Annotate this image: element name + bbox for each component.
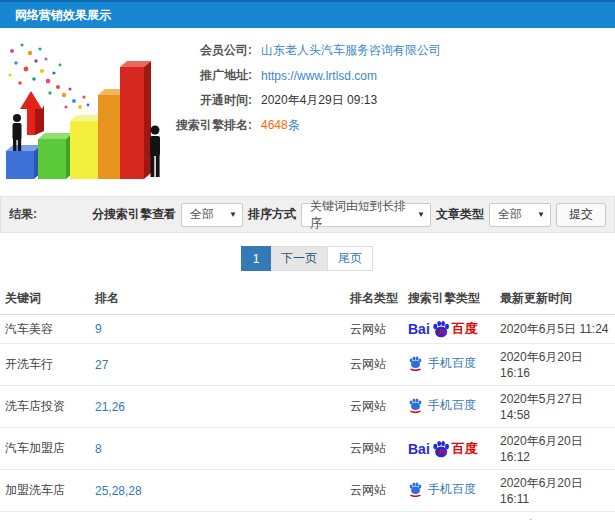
header-keyword: 关键词 xyxy=(0,283,90,315)
table-row: 洗车赚钱吗30云网站 手机百度 2020年6月20日 16:12 xyxy=(0,512,615,520)
open-time-label: 开通时间: xyxy=(168,92,252,109)
mobile-baidu-icon xyxy=(408,398,423,413)
rank-cell[interactable]: 9 xyxy=(90,315,345,344)
person-right xyxy=(150,126,160,178)
next-page-button[interactable]: 下一页 xyxy=(270,246,328,271)
bar-chart-illustration xyxy=(0,31,168,191)
sort-filter-label: 排序方式 xyxy=(248,206,296,223)
engine-cell: 手机百度 xyxy=(403,470,495,512)
up-arrow xyxy=(20,91,44,135)
company-info: 会员公司: 山东老人头汽车服务咨询有限公司 推广地址: https://www.… xyxy=(168,28,615,138)
time-cell: 2020年6月20日 16:12 xyxy=(495,512,615,520)
growth-chart-graphic xyxy=(0,31,168,191)
keyword-cell: 汽车加盟店 xyxy=(0,428,90,470)
rank-count-label: 搜索引擎排名: xyxy=(168,117,252,134)
mobile-baidu-badge: 手机百度 xyxy=(408,481,476,498)
table-header-row: 关键词 排名 排名类型 搜索引擎类型 最新更新时间 xyxy=(0,283,615,315)
svg-text:du: du xyxy=(437,328,445,335)
page-title: 网络营销效果展示 xyxy=(15,7,111,24)
engine-filter-label: 分搜索引擎查看 xyxy=(92,206,176,223)
time-cell: 2020年6月5日 11:24 xyxy=(495,315,615,344)
baidu-logo-bai: Bai xyxy=(408,441,430,457)
engine-cell: Bai du 百度 xyxy=(403,428,495,470)
mobile-baidu-label: 手机百度 xyxy=(428,481,476,498)
mobile-baidu-icon xyxy=(408,356,423,371)
page-1-button[interactable]: 1 xyxy=(241,246,271,271)
header-rank: 排名 xyxy=(90,283,345,315)
baidu-logo-cn: 百度 xyxy=(452,440,478,458)
promo-url-link[interactable]: https://www.lrtlsd.com xyxy=(261,69,377,83)
baidu-paw-icon: du xyxy=(431,320,451,338)
chevron-down-icon: ▼ xyxy=(537,210,545,219)
keyword-cell: 洗车赚钱吗 xyxy=(0,512,90,520)
last-page-button[interactable]: 尾页 xyxy=(327,246,373,271)
info-row-company: 会员公司: 山东老人头汽车服务咨询有限公司 xyxy=(168,38,615,63)
company-label: 会员公司: xyxy=(168,42,252,59)
time-cell: 2020年6月20日 16:16 xyxy=(495,344,615,386)
company-link[interactable]: 山东老人头汽车服务咨询有限公司 xyxy=(261,43,441,57)
sort-select-value: 关键词由短到长排序 xyxy=(310,198,411,232)
engine-cell: 手机百度 xyxy=(403,512,495,520)
rank-type-cell: 云网站 xyxy=(345,470,403,512)
time-cell: 2020年6月20日 16:12 xyxy=(495,428,615,470)
confetti-dots xyxy=(9,43,90,109)
article-type-select[interactable]: 全部 ▼ xyxy=(489,203,551,227)
rank-cell[interactable]: 8 xyxy=(90,428,345,470)
bar-red xyxy=(120,61,151,179)
bar-green xyxy=(38,133,73,179)
header-engine-type: 搜索引擎类型 xyxy=(403,283,495,315)
keyword-cell: 洗车店投资 xyxy=(0,386,90,428)
engine-cell: Bai du 百度 xyxy=(403,315,495,344)
result-label: 结果: xyxy=(9,206,37,223)
rank-type-cell: 云网站 xyxy=(345,512,403,520)
table-row: 汽车加盟店8云网站 Bai du 百度 2020年6月20日 16:12 xyxy=(0,428,615,470)
info-row-url: 推广地址: https://www.lrtlsd.com xyxy=(168,63,615,88)
rank-count-suffix: 条 xyxy=(288,118,300,132)
bar-blue xyxy=(6,145,41,179)
info-row-rank-count: 搜索引擎排名: 4648条 xyxy=(168,113,615,138)
time-cell: 2020年6月20日 16:11 xyxy=(495,470,615,512)
svg-text:du: du xyxy=(437,448,445,455)
header-update-time: 最新更新时间 xyxy=(495,283,615,315)
filter-controls: 分搜索引擎查看 全部 ▼ 排序方式 关键词由短到长排序 ▼ 文章类型 全部 ▼ … xyxy=(92,203,606,227)
header-rank-type: 排名类型 xyxy=(345,283,403,315)
table-row: 洗车店投资21,26云网站 手机百度 2020年5月27日 14:58 xyxy=(0,386,615,428)
rank-count-value: 4648 xyxy=(261,118,288,132)
engine-select[interactable]: 全部 ▼ xyxy=(181,203,243,227)
rank-cell[interactable]: 25,28,28 xyxy=(90,470,345,512)
engine-select-value: 全部 xyxy=(190,206,214,223)
sort-select[interactable]: 关键词由短到长排序 ▼ xyxy=(301,203,431,227)
submit-button[interactable]: 提交 xyxy=(556,203,606,227)
mobile-baidu-label: 手机百度 xyxy=(428,397,476,414)
table-row: 开洗车行27云网站 手机百度 2020年6月20日 16:16 xyxy=(0,344,615,386)
mobile-baidu-label: 手机百度 xyxy=(428,355,476,372)
summary-section: 会员公司: 山东老人头汽车服务咨询有限公司 推广地址: https://www.… xyxy=(0,28,615,194)
rank-type-cell: 云网站 xyxy=(345,315,403,344)
engine-cell: 手机百度 xyxy=(403,344,495,386)
article-select-value: 全部 xyxy=(498,206,522,223)
baidu-paw-icon: du xyxy=(431,440,451,458)
mobile-baidu-badge: 手机百度 xyxy=(408,355,476,372)
keyword-cell: 加盟洗车店 xyxy=(0,470,90,512)
filter-bar: 结果: 分搜索引擎查看 全部 ▼ 排序方式 关键词由短到长排序 ▼ 文章类型 全… xyxy=(0,196,615,233)
rank-cell[interactable]: 27 xyxy=(90,344,345,386)
baidu-logo: Bai du 百度 xyxy=(408,320,478,338)
rank-type-cell: 云网站 xyxy=(345,428,403,470)
time-cell: 2020年5月27日 14:58 xyxy=(495,386,615,428)
mobile-baidu-icon xyxy=(408,482,423,497)
table-row: 汽车美容9云网站 Bai du 百度 2020年6月5日 11:24 xyxy=(0,315,615,344)
chevron-down-icon: ▼ xyxy=(417,210,425,219)
rank-cell[interactable]: 30 xyxy=(90,512,345,520)
baidu-logo: Bai du 百度 xyxy=(408,440,478,458)
rank-type-cell: 云网站 xyxy=(345,386,403,428)
info-row-open-time: 开通时间: 2020年4月29日 09:13 xyxy=(168,88,615,113)
url-label: 推广地址: xyxy=(168,67,252,84)
chevron-down-icon: ▼ xyxy=(229,210,237,219)
table-row: 加盟洗车店25,28,28云网站 手机百度 2020年6月20日 16:11 xyxy=(0,470,615,512)
results-table: 关键词 排名 排名类型 搜索引擎类型 最新更新时间 汽车美容9云网站 Bai d… xyxy=(0,283,615,520)
rank-cell[interactable]: 21,26 xyxy=(90,386,345,428)
results-table-body: 汽车美容9云网站 Bai du 百度 2020年6月5日 11:24开洗车行27… xyxy=(0,315,615,520)
baidu-logo-cn: 百度 xyxy=(452,320,478,338)
pagination: 1 下一页 尾页 xyxy=(0,233,615,281)
app-header: 网络营销效果展示 xyxy=(0,0,615,28)
